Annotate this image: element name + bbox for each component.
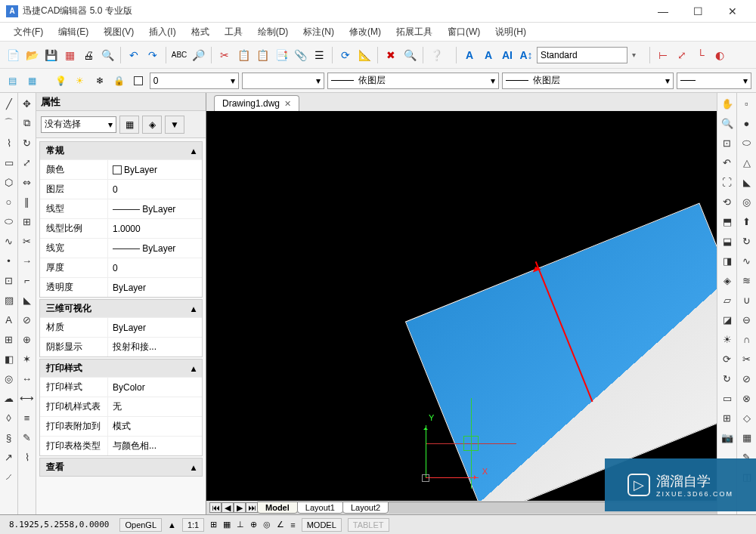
- print-icon[interactable]: 🖨: [80, 47, 97, 63]
- color-swatch-icon[interactable]: [130, 73, 147, 89]
- quickselect-button[interactable]: ▦: [119, 116, 139, 134]
- text-a-icon[interactable]: A: [461, 47, 478, 63]
- layout-prev-button[interactable]: ◀: [222, 502, 234, 513]
- layer-combo[interactable]: 0▾: [150, 73, 240, 89]
- shade-3d-icon[interactable]: ◪: [720, 312, 735, 327]
- tablet-status[interactable]: TABLET: [348, 518, 389, 532]
- union-icon[interactable]: ∪: [739, 292, 754, 307]
- layout-tab-model[interactable]: Model: [257, 502, 298, 514]
- point-icon[interactable]: •: [2, 253, 17, 268]
- new-file-icon[interactable]: 📄: [5, 47, 21, 63]
- spline-icon[interactable]: ∿: [2, 233, 17, 248]
- grid-button[interactable]: ▦: [223, 520, 231, 529]
- cut-icon[interactable]: ✂: [216, 47, 233, 63]
- prop-row-plottype[interactable]: 打印表格类型与颜色相...: [40, 436, 202, 455]
- polar-button[interactable]: ⊕: [250, 520, 257, 529]
- refresh-icon[interactable]: ⟳: [337, 47, 354, 63]
- line-icon[interactable]: ╱: [2, 96, 17, 111]
- dim-linear-icon[interactable]: ⊢: [655, 47, 671, 63]
- chamfer-icon[interactable]: ◣: [20, 292, 35, 307]
- measure-icon[interactable]: 📐: [356, 47, 373, 63]
- zoom-prev-icon[interactable]: ↶: [720, 155, 735, 170]
- publish-icon[interactable]: ▦: [61, 47, 78, 63]
- menu-view[interactable]: 视图(V): [96, 26, 141, 39]
- renderer-status[interactable]: OpenGL: [119, 518, 162, 532]
- view-front-icon[interactable]: ⬓: [720, 233, 735, 248]
- offset-icon[interactable]: ‖: [20, 194, 35, 209]
- menu-edit[interactable]: 编辑(E): [51, 26, 96, 39]
- section-print-header[interactable]: 打印样式▴: [40, 360, 202, 377]
- otrack-button[interactable]: ∠: [277, 520, 284, 529]
- rect-icon[interactable]: ▭: [2, 155, 17, 170]
- camera-icon[interactable]: 📷: [720, 430, 735, 445]
- trim-icon[interactable]: ✂: [20, 233, 35, 248]
- layout-last-button[interactable]: ⏭: [246, 502, 258, 513]
- edit-icon[interactable]: ✎: [20, 430, 35, 445]
- regen-icon[interactable]: ⟳: [720, 351, 735, 366]
- prop-row-lineweight[interactable]: 线宽——— ByLayer: [40, 238, 202, 258]
- zoom-realtime-icon[interactable]: 🔍: [720, 116, 735, 131]
- intersect-icon[interactable]: ∩: [739, 332, 754, 347]
- paste-icon[interactable]: 📋: [254, 47, 271, 63]
- scale-icon[interactable]: ▲: [168, 520, 176, 529]
- pedit-icon[interactable]: ⌇: [20, 449, 35, 465]
- donut-icon[interactable]: ◎: [2, 371, 17, 386]
- pan-icon[interactable]: ✋: [720, 96, 735, 111]
- xline-icon[interactable]: ⟋: [2, 469, 17, 484]
- dim-radius-icon[interactable]: ◐: [711, 47, 728, 63]
- lock-icon[interactable]: 🔒: [110, 73, 127, 89]
- clipboard-icon[interactable]: 📑: [273, 47, 290, 63]
- cone-icon[interactable]: △: [739, 155, 754, 170]
- mirror-icon[interactable]: ⇔: [20, 174, 35, 190]
- view-top-icon[interactable]: ⬒: [720, 214, 735, 229]
- prop-row-linetype[interactable]: 线型——— ByLayer: [40, 199, 202, 218]
- redo-icon[interactable]: ↷: [144, 47, 161, 63]
- layer-states-icon[interactable]: ▦: [24, 73, 41, 89]
- break-icon[interactable]: ⊘: [20, 312, 35, 327]
- circle-icon[interactable]: ○: [2, 194, 17, 209]
- box-icon[interactable]: ▫: [739, 96, 754, 111]
- menu-tools[interactable]: 工具: [217, 26, 250, 39]
- extend-icon[interactable]: →: [20, 253, 35, 268]
- extrude-icon[interactable]: ⬆: [739, 214, 754, 229]
- drawing-tab[interactable]: Drawing1.dwg ✕: [214, 95, 299, 111]
- region-icon[interactable]: ◧: [2, 351, 17, 366]
- osnap-button[interactable]: ◎: [263, 520, 271, 529]
- print-preview-icon[interactable]: 🔍: [99, 47, 116, 63]
- prop-row-ltscale[interactable]: 线型比例1.0000: [40, 218, 202, 238]
- menu-draw[interactable]: 绘制(D): [250, 26, 296, 39]
- sphere-icon[interactable]: ●: [739, 116, 754, 131]
- rotate-icon[interactable]: ↻: [20, 135, 35, 150]
- help-icon[interactable]: ❔: [428, 47, 445, 63]
- match-icon[interactable]: 📎: [292, 47, 308, 63]
- freeze-icon[interactable]: ❄: [91, 73, 108, 89]
- embedded-raster-image[interactable]: [405, 203, 717, 501]
- redraw-icon[interactable]: ↻: [720, 371, 735, 386]
- scale-icon[interactable]: ⤢: [20, 155, 35, 170]
- open-file-icon[interactable]: 📂: [23, 47, 40, 63]
- maximize-button[interactable]: ☐: [680, 0, 715, 23]
- spell-icon[interactable]: ABC: [171, 47, 187, 63]
- model-status[interactable]: MODEL: [302, 518, 342, 532]
- layer-manager-icon[interactable]: ▤: [5, 73, 21, 89]
- prop-row-plottable[interactable]: 打印机样式表无: [40, 397, 202, 416]
- orbit-icon[interactable]: ⟲: [720, 194, 735, 209]
- align-icon[interactable]: ≡: [20, 410, 35, 425]
- linetype-combo-2[interactable]: 依图层▾: [502, 73, 674, 89]
- layout-first-button[interactable]: ⏮: [209, 502, 222, 513]
- menu-help[interactable]: 说明(H): [488, 26, 534, 39]
- prop-row-layer[interactable]: 图层0: [40, 179, 202, 199]
- prop-row-plotstyle[interactable]: 打印样式ByColor: [40, 377, 202, 397]
- prop-row-plotattach[interactable]: 打印表附加到模式: [40, 416, 202, 436]
- section-general-header[interactable]: 常规▴: [40, 142, 202, 159]
- close-button[interactable]: ✕: [715, 0, 750, 23]
- shade-2d-icon[interactable]: ▱: [720, 292, 735, 307]
- zoom-icon[interactable]: 🔍: [401, 47, 418, 63]
- move-icon[interactable]: ✥: [20, 96, 35, 111]
- hatch-icon[interactable]: ▨: [2, 292, 17, 307]
- text-ai-icon[interactable]: AI: [499, 47, 516, 63]
- save-icon[interactable]: 💾: [42, 47, 59, 63]
- copy-obj-icon[interactable]: ⧉: [20, 116, 35, 131]
- dim-aligned-icon[interactable]: ⤢: [674, 47, 690, 63]
- drawing-canvas[interactable]: [206, 111, 717, 501]
